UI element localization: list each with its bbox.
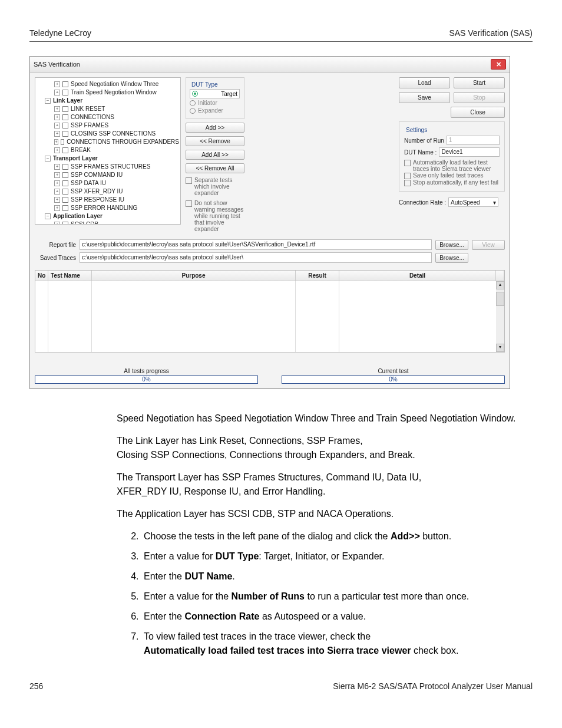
report-view-button[interactable]: View [472, 240, 505, 250]
header-left: Teledyne LeCroy [29, 28, 91, 38]
tree-item[interactable]: +SSP ERROR HANDLING [37, 204, 179, 212]
traces-browse-button[interactable]: Browse... [435, 253, 468, 263]
number-of-run-input[interactable]: 1 [447, 136, 500, 145]
col-result[interactable]: Result [296, 271, 339, 281]
report-file-label: Report file [35, 242, 76, 248]
step-3: Enter a value for DUT Type: Target, Init… [141, 549, 529, 564]
chk-auto-load-traces[interactable]: Automatically load failed test traces in… [404, 159, 500, 172]
col-no[interactable]: No [35, 271, 48, 281]
stop-button[interactable]: Stop [454, 92, 505, 103]
radio-target[interactable]: Target [190, 89, 240, 98]
header-rule [29, 41, 533, 42]
body-text: Speed Negotiation has Speed Negotiation … [29, 411, 533, 658]
manual-title: Sierra M6-2 SAS/SATA Protocol Analyzer U… [333, 681, 533, 691]
results-table: No Test Name Purpose Result Detail ▴ ▾ [35, 270, 505, 353]
test-tree[interactable]: +Speed Negotiation Window Three+Train Sp… [35, 77, 181, 225]
settings-legend: Settings [404, 127, 429, 133]
report-file-input[interactable]: c:\users\public\documents\lecroy\sas sat… [80, 239, 432, 250]
middle-controls: DUT Type Target Initiator Expander Add >… [186, 77, 244, 232]
step-5: Enter a value for the Number of Runs to … [141, 589, 529, 604]
chk-no-warning[interactable]: Do not show warning messages while runni… [186, 200, 244, 232]
tree-item[interactable]: +SSP COMMAND IU [37, 171, 179, 179]
chk-save-only-failed[interactable]: Save only failed test traces [404, 172, 500, 179]
settings-group: Settings Number of Run1 DUT Name :Device… [399, 121, 505, 192]
add-all-button[interactable]: Add All >> [186, 150, 244, 160]
connection-rate-select[interactable]: AutoSpeed▾ [448, 197, 498, 207]
remove-all-button[interactable]: << Remove All [186, 163, 244, 173]
tree-item[interactable]: +CONNECTIONS THROUGH EXPANDERS [37, 138, 179, 146]
load-button[interactable]: Load [399, 77, 450, 88]
scroll-up-icon[interactable]: ▴ [496, 281, 504, 289]
save-button[interactable]: Save [399, 92, 450, 103]
tree-item[interactable]: +SSP FRAMES [37, 121, 179, 130]
tree-item[interactable]: +Speed Negotiation Window Three [37, 80, 179, 88]
close-button[interactable]: Close [451, 107, 505, 118]
chk-stop-on-fail[interactable]: Stop automatically, if any test fail [404, 179, 500, 186]
tree-item[interactable]: +SSP RESPONSE IU [37, 196, 179, 204]
current-test-label: Current test [282, 368, 505, 374]
window-title: SAS Verification [34, 61, 80, 68]
tree-item[interactable]: +SSP FRAMES STRUCTURES [37, 163, 179, 171]
chk-separate-tests[interactable]: Separate tests which involve expander [186, 177, 244, 196]
col-test-name[interactable]: Test Name [48, 271, 92, 281]
tree-item[interactable]: −Application Layer [37, 212, 179, 220]
remove-button[interactable]: << Remove [186, 136, 244, 146]
step-4: Enter the DUT Name. [141, 569, 529, 584]
chevron-down-icon: ▾ [493, 199, 496, 206]
table-scrollbar[interactable]: ▴ ▾ [496, 281, 504, 352]
tree-item[interactable]: −Transport Layer [37, 154, 179, 163]
step-7: To view failed test traces in the trace … [141, 630, 529, 658]
tree-item[interactable]: +CLOSING SSP CONNECTIONS [37, 130, 179, 138]
tree-item[interactable]: +Train Speed Negotiation Window [37, 88, 179, 97]
dut-type-legend: DUT Type [190, 81, 220, 88]
tree-item[interactable]: +CONNECTIONS [37, 113, 179, 121]
all-tests-progress-bar: 0% [35, 375, 258, 384]
close-icon[interactable]: ✕ [491, 59, 506, 70]
tree-item[interactable]: +SSP XFER_RDY IU [37, 187, 179, 196]
radio-initiator[interactable]: Initiator [190, 100, 240, 106]
tree-item[interactable]: +LINK RESET [37, 105, 179, 113]
dut-type-group: DUT Type Target Initiator Expander [186, 77, 244, 119]
tree-item[interactable]: +SSP DATA IU [37, 179, 179, 187]
screenshot-window: SAS Verification ✕ +Speed Negotiation Wi… [29, 56, 510, 389]
dut-name-input[interactable]: Device1 [439, 147, 500, 157]
report-browse-button[interactable]: Browse... [435, 240, 468, 250]
col-purpose[interactable]: Purpose [92, 271, 296, 281]
header-right: SAS Verification (SAS) [449, 28, 533, 38]
all-tests-progress-label: All tests progress [35, 368, 258, 374]
col-detail[interactable]: Detail [339, 271, 496, 281]
tree-item[interactable]: −Link Layer [37, 97, 179, 105]
tree-item[interactable]: +SCSI CDB [37, 220, 179, 225]
start-button[interactable]: Start [454, 77, 505, 88]
current-test-progress-bar: 0% [282, 375, 505, 384]
step-2: Choose the tests in the left pane of the… [141, 529, 529, 543]
add-button[interactable]: Add >> [186, 123, 244, 133]
saved-traces-label: Saved Traces [35, 255, 76, 261]
scroll-down-icon[interactable]: ▾ [496, 344, 504, 352]
saved-traces-input[interactable]: c:\users\public\documents\lecroy\sas sat… [80, 252, 432, 263]
tree-item[interactable]: +BREAK [37, 146, 179, 154]
radio-expander[interactable]: Expander [190, 107, 240, 114]
step-6: Enter the Connection Rate as Autospeed o… [141, 610, 529, 624]
page-number: 256 [29, 681, 43, 691]
